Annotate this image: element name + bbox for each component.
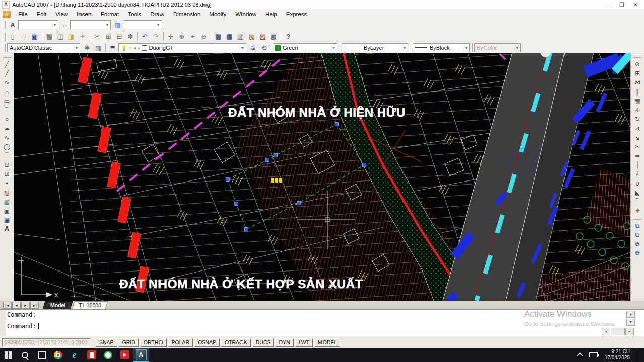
command-vertical-scrollbar[interactable]: ▲ ▼ [626,311,634,326]
hatch-tool-icon[interactable]: ▨ [2,188,13,197]
tray-expand-icon[interactable] [577,352,583,359]
snap-toggle[interactable]: SNAP [96,338,117,347]
scroll-right-icon[interactable]: ► [625,328,634,335]
rectangle-tool-icon[interactable]: ▭ [2,97,13,106]
table-tool-icon[interactable]: ▦ [2,215,13,224]
point-tool-icon[interactable]: • [2,178,13,188]
mtext-tool-icon[interactable]: A [2,224,13,233]
tool-palettes-icon[interactable]: ▥ [235,32,246,42]
dyn-toggle[interactable]: DYN [275,338,293,347]
toolbar-grip[interactable] [2,21,6,29]
taskbar-chrome[interactable] [50,348,66,362]
quickcalc-icon[interactable]: ▩ [268,32,279,42]
scrollbar-thumb[interactable] [611,328,625,335]
explode-tool-icon[interactable]: ✳ [632,206,643,215]
tab-first-button[interactable]: |◄ [3,302,12,309]
plot-icon[interactable]: ▤ [44,32,55,42]
tab-prev-button[interactable]: ◄ [12,302,21,309]
scroll-up-icon[interactable]: ▲ [626,311,635,318]
sheet-set-manager-icon[interactable]: ▧ [246,32,257,42]
toolbar-grip[interactable] [3,54,11,58]
fillet-tool-icon[interactable]: ⌒ [632,197,643,206]
publish-icon[interactable]: ◨ [66,32,77,42]
polar-toggle[interactable]: POLAR [168,338,193,347]
menu-dimension[interactable]: Dimension [169,10,205,18]
circle-tool-icon[interactable]: ○ [2,115,13,124]
scale-tool-icon[interactable]: ⊿ [632,124,643,133]
line-tool-icon[interactable]: ╱ [2,60,13,69]
toolbar-grip[interactable] [633,54,641,58]
workspace-settings-icon[interactable]: ✱ [82,43,93,53]
ellipse-arc-tool-icon[interactable]: ⌒ [2,151,13,160]
menu-draw[interactable]: Draw [146,10,169,18]
taskbar-clock[interactable]: 9:21 CH 17/04/2025 [605,349,630,361]
construction-line-tool-icon[interactable]: ╱ [2,69,13,78]
designcenter-icon[interactable]: ▦ [224,32,235,42]
make-layer-current-icon[interactable]: ≋ [247,43,258,53]
linetype-combo[interactable]: ByLayer▾ [342,43,408,52]
menu-file[interactable]: File [14,10,32,18]
draworder-under-icon[interactable]: ⧉ [632,249,643,258]
markup-set-manager-icon[interactable]: ▨ [257,32,268,42]
insert-block-tool-icon[interactable]: ⊡ [2,160,13,169]
tab-model[interactable]: Model [42,301,73,309]
revcloud-tool-icon[interactable]: ☁ [2,124,13,133]
pan-icon[interactable]: ✛ [165,32,176,42]
tab-layout-tl10000[interactable]: TL 10000 [72,301,108,309]
copy-tool-icon[interactable]: ⊞ [632,69,643,78]
extend-tool-icon[interactable]: ⇒ [632,151,643,160]
menu-express[interactable]: Express [282,10,312,18]
taskbar-search-button[interactable] [17,348,33,362]
arc-tool-icon[interactable]: ⌒ [2,106,13,115]
taskbar-internet-explorer[interactable]: e [66,348,83,362]
command-horizontal-scrollbar[interactable]: ◄ ► [602,328,634,335]
menu-window[interactable]: Window [231,10,261,18]
menu-format[interactable]: Format [96,10,123,18]
taskbar-media-app[interactable] [116,348,133,362]
menu-modify[interactable]: Modify [205,10,231,18]
toolbar-grip[interactable] [633,216,641,220]
dim-style-combo[interactable]: ▾ [70,20,111,29]
draworder-front-icon[interactable]: ⧉ [632,221,643,230]
match-properties-icon[interactable]: ✽ [125,32,136,42]
taskbar-autocad[interactable]: A [133,348,149,362]
maximize-button[interactable]: ❐ [619,2,624,8]
grid-toggle[interactable]: GRID [119,338,139,347]
trim-tool-icon[interactable]: ✂ [632,142,643,151]
model-toggle[interactable]: MODEL [314,338,340,347]
taskbar-coccoc[interactable] [100,348,116,362]
osnap-toggle[interactable]: OSNAP [194,338,220,347]
copy-clip-icon[interactable]: ⊞ [103,32,114,42]
break-at-point-tool-icon[interactable]: ┼ [632,160,643,169]
menu-view[interactable]: View [51,10,72,18]
lineweight-combo[interactable]: ByBlock▾ [413,43,470,52]
properties-icon[interactable]: ▤ [213,32,224,42]
paste-icon[interactable]: ⊟ [114,32,125,42]
save-icon[interactable]: ▣ [29,32,40,42]
join-tool-icon[interactable]: ∪ [632,178,643,188]
tab-last-button[interactable]: ►| [30,302,39,309]
ortho-toggle[interactable]: ORTHO [140,338,167,347]
start-button[interactable] [0,348,17,362]
polyline-tool-icon[interactable]: ∿ [2,78,13,87]
minimize-button[interactable]: ─ [606,2,610,8]
task-view-button[interactable] [33,348,50,362]
layer-previous-icon[interactable]: ⟲ [258,43,269,53]
layer-combo[interactable]: 💡 ☀ ● ◗ DuongGT▾ [118,43,246,52]
tab-next-button[interactable]: ► [21,302,30,309]
undo-icon[interactable]: ↶ [139,32,150,42]
toolbar-grip[interactable] [2,44,6,52]
cut-icon[interactable]: ✂ [92,32,103,42]
plot-preview-icon[interactable]: ◫ [55,32,66,42]
table-style-combo[interactable]: ▾ [123,20,162,29]
3d-dwf-icon[interactable]: ✦ [77,32,88,42]
workspace-combo[interactable]: AutoCAD Classic▾ [7,43,80,52]
toolbar-grip[interactable] [2,33,6,41]
break-tool-icon[interactable]: ⫽ [632,169,643,178]
color-combo[interactable]: Green▾ [273,43,337,52]
zoom-window-icon[interactable]: ⌖ [187,32,198,42]
text-style-combo[interactable]: ▾ [18,20,58,29]
redo-icon[interactable]: ↷ [150,32,162,42]
lwt-toggle[interactable]: LWT [295,338,313,347]
close-button[interactable]: ✕ [633,2,638,8]
